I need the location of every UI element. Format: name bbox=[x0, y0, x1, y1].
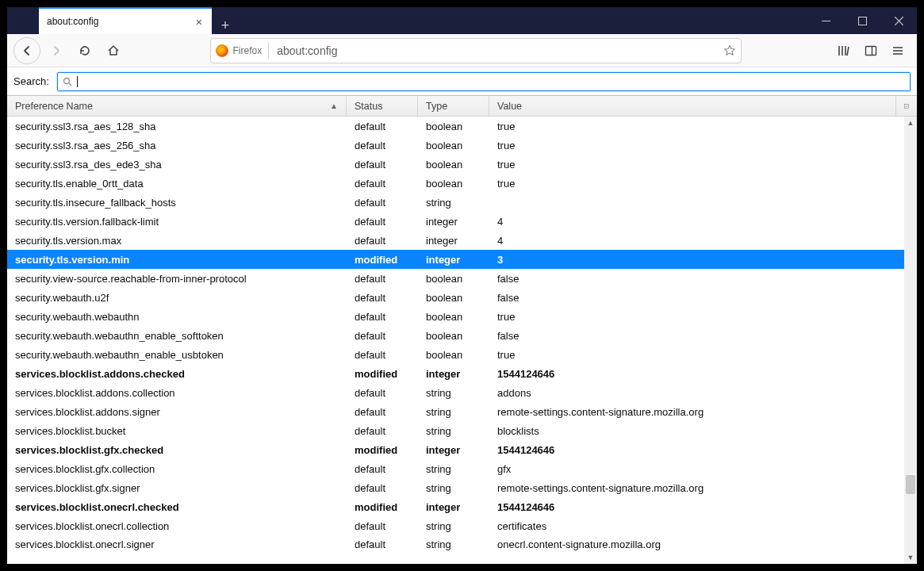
pref-status: default bbox=[347, 159, 418, 171]
close-tab-icon[interactable]: × bbox=[193, 15, 205, 28]
preference-row[interactable]: services.blocklist.bucketdefaultstringbl… bbox=[7, 421, 904, 440]
pref-type: boolean bbox=[418, 311, 489, 323]
pref-name: security.webauth.u2f bbox=[7, 292, 347, 304]
pref-name: security.ssl3.rsa_aes_256_sha bbox=[7, 140, 347, 151]
preference-row[interactable]: security.ssl3.rsa_aes_256_shadefaultbool… bbox=[7, 136, 904, 155]
pref-type: string bbox=[418, 387, 489, 399]
pref-value: 1544124646 bbox=[489, 444, 904, 456]
maximize-button[interactable] bbox=[844, 7, 880, 34]
pref-name: services.blocklist.addons.collection bbox=[7, 387, 347, 399]
identity-box[interactable]: Firefox bbox=[216, 44, 263, 57]
pref-type: boolean bbox=[418, 140, 489, 151]
preference-row[interactable]: security.tls.version.maxdefaultinteger4 bbox=[7, 231, 904, 250]
preference-row[interactable]: security.ssl3.rsa_des_ede3_shadefaultboo… bbox=[7, 155, 904, 174]
preferences-grid: security.ssl3.rsa_aes_128_shadefaultbool… bbox=[7, 117, 917, 564]
preference-row[interactable]: security.ssl3.rsa_aes_128_shadefaultbool… bbox=[7, 117, 904, 136]
config-search-input[interactable] bbox=[82, 75, 905, 87]
preference-row[interactable]: services.blocklist.onecrl.checkedmodifie… bbox=[7, 497, 904, 516]
identity-label: Firefox bbox=[233, 45, 263, 56]
pref-name: security.tls.version.fallback-limit bbox=[7, 216, 347, 228]
pref-value: certificates bbox=[489, 520, 904, 532]
browser-tab[interactable]: about:config × bbox=[39, 7, 212, 34]
preference-row[interactable]: services.blocklist.addons.checkedmodifie… bbox=[7, 364, 904, 383]
pref-status: default bbox=[347, 273, 418, 285]
config-search-box[interactable] bbox=[57, 72, 911, 91]
vertical-scrollbar[interactable]: ▲ ▼ bbox=[904, 117, 917, 564]
column-header-type[interactable]: Type bbox=[418, 96, 489, 116]
search-label: Search: bbox=[13, 75, 49, 87]
scroll-up-icon[interactable]: ▲ bbox=[904, 117, 917, 129]
svg-line-10 bbox=[69, 83, 71, 86]
preference-row[interactable]: security.tls.version.minmodifiedinteger3 bbox=[7, 250, 904, 269]
preference-row[interactable]: services.blocklist.onecrl.collectiondefa… bbox=[7, 516, 904, 535]
pref-type: integer bbox=[418, 368, 489, 380]
sidebar-button[interactable] bbox=[858, 38, 884, 63]
app-menu-button[interactable] bbox=[885, 38, 911, 63]
preference-row[interactable]: security.webauth.webauthn_enable_softtok… bbox=[7, 326, 904, 345]
pref-status: default bbox=[347, 235, 418, 247]
pref-status: default bbox=[347, 121, 418, 132]
preference-row[interactable]: security.tls.version.fallback-limitdefau… bbox=[7, 212, 904, 231]
pref-name: services.blocklist.onecrl.checked bbox=[7, 501, 347, 513]
minimize-button[interactable] bbox=[807, 7, 844, 34]
pref-value: blocklists bbox=[489, 425, 904, 437]
pref-name: services.blocklist.addons.checked bbox=[7, 368, 347, 380]
close-window-button[interactable] bbox=[880, 7, 917, 34]
preference-row[interactable]: security.webauth.webauthndefaultbooleant… bbox=[7, 307, 904, 326]
column-picker-button[interactable] bbox=[896, 96, 917, 116]
reload-button[interactable] bbox=[72, 38, 98, 63]
new-tab-button[interactable]: + bbox=[212, 17, 239, 34]
pref-status: default bbox=[347, 406, 418, 418]
preference-row[interactable]: services.blocklist.gfx.collectiondefault… bbox=[7, 459, 904, 478]
url-bar[interactable]: Firefox about:config bbox=[210, 38, 742, 63]
bookmark-star-icon[interactable] bbox=[723, 44, 736, 57]
title-bar: about:config × + bbox=[7, 7, 917, 34]
sort-ascending-icon: ▲ bbox=[330, 102, 338, 110]
scroll-thumb[interactable] bbox=[906, 475, 915, 494]
preference-row[interactable]: services.blocklist.onecrl.signerdefaults… bbox=[7, 535, 904, 553]
pref-status: default bbox=[347, 387, 418, 399]
library-button[interactable] bbox=[831, 38, 857, 63]
svg-rect-4 bbox=[866, 46, 876, 55]
pref-name: security.tls.enable_0rtt_data bbox=[7, 178, 347, 190]
column-header-name[interactable]: Preference Name ▲ bbox=[7, 96, 347, 116]
pref-status: default bbox=[347, 311, 418, 323]
home-button[interactable] bbox=[101, 38, 126, 63]
preference-row[interactable]: services.blocklist.addons.collectiondefa… bbox=[7, 383, 904, 402]
preference-row[interactable]: security.tls.insecure_fallback_hostsdefa… bbox=[7, 193, 904, 212]
pref-name: services.blocklist.onecrl.signer bbox=[7, 538, 347, 550]
url-text: about:config bbox=[268, 43, 716, 59]
back-button[interactable] bbox=[13, 37, 40, 64]
pref-name: services.blocklist.gfx.checked bbox=[7, 444, 347, 456]
pref-type: string bbox=[418, 520, 489, 532]
pref-type: string bbox=[418, 197, 489, 209]
column-header-value[interactable]: Value bbox=[489, 96, 896, 116]
pref-type: integer bbox=[418, 444, 489, 456]
preference-row[interactable]: security.webauth.webauthn_enable_usbtoke… bbox=[7, 345, 904, 364]
pref-name: services.blocklist.onecrl.collection bbox=[7, 520, 347, 532]
preference-row[interactable]: services.blocklist.gfx.checkedmodifiedin… bbox=[7, 440, 904, 459]
tab-title: about:config bbox=[47, 16, 193, 27]
forward-button[interactable] bbox=[44, 38, 69, 63]
pref-value: true bbox=[489, 349, 904, 361]
config-search-row: Search: bbox=[7, 67, 917, 96]
preference-row[interactable]: security.tls.enable_0rtt_datadefaultbool… bbox=[7, 174, 904, 193]
pref-name: services.blocklist.gfx.collection bbox=[7, 463, 347, 475]
scroll-track[interactable] bbox=[904, 129, 917, 551]
pref-name: services.blocklist.addons.signer bbox=[7, 406, 347, 418]
pref-name: services.blocklist.gfx.signer bbox=[7, 482, 347, 494]
scroll-down-icon[interactable]: ▼ bbox=[904, 551, 917, 564]
pref-name: security.ssl3.rsa_aes_128_sha bbox=[7, 121, 347, 132]
svg-rect-11 bbox=[905, 104, 909, 108]
preference-row[interactable]: services.blocklist.gfx.signerdefaultstri… bbox=[7, 478, 904, 497]
pref-status: default bbox=[347, 520, 418, 532]
preference-row[interactable]: security.webauth.u2fdefaultbooleanfalse bbox=[7, 288, 904, 307]
preference-row[interactable]: services.blocklist.addons.signerdefaults… bbox=[7, 402, 904, 421]
pref-value: 1544124646 bbox=[489, 368, 904, 380]
preference-row[interactable]: security.view-source.reachable-from-inne… bbox=[7, 269, 904, 288]
pref-type: integer bbox=[418, 235, 489, 247]
column-header-status[interactable]: Status bbox=[347, 96, 418, 116]
pref-status: default bbox=[347, 463, 418, 475]
firefox-logo-icon bbox=[216, 44, 228, 57]
pref-status: default bbox=[347, 140, 418, 151]
